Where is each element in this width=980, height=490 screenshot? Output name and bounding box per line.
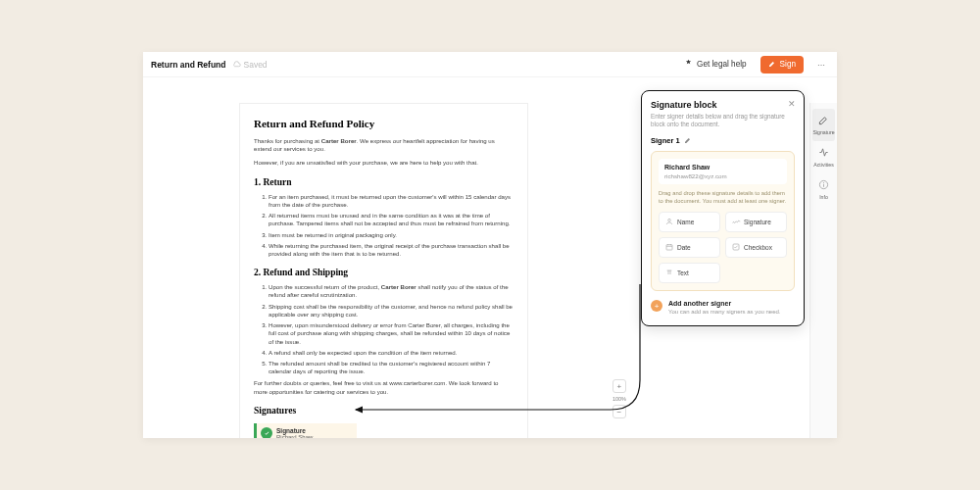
zoom-level: 100% (612, 396, 626, 402)
list-item: However, upon misunderstood delivery or … (269, 321, 514, 346)
drag-text[interactable]: Text (659, 263, 720, 283)
return-list: For an item purchased, it must be return… (254, 193, 514, 259)
check-circle-icon (261, 427, 272, 438)
svg-point-3 (668, 220, 671, 222)
drag-grid: Name Signature Date Checkbox (659, 212, 787, 283)
doc-closing: For further doubts or queries, feel free… (254, 379, 514, 395)
section-refund-title: 2. Refund and Shipping (254, 268, 514, 277)
close-button[interactable]: ✕ (788, 99, 796, 109)
list-item: All returned items must be unused and in… (269, 212, 514, 227)
rail-label: Activities (813, 162, 833, 168)
chip-label: Signature (276, 427, 313, 434)
scales-icon (684, 59, 693, 70)
rail-label: Info (819, 194, 828, 200)
zoom-out-button[interactable]: − (612, 405, 626, 418)
checkbox-icon (732, 243, 740, 252)
drag-hint: Drag and drop these signature details to… (659, 190, 787, 205)
signer-header: Signer 1 (651, 136, 795, 145)
list-item: The refunded amount shall be credited to… (269, 360, 514, 375)
chip-name: Richard Shaw (276, 434, 313, 438)
activity-icon (818, 147, 829, 160)
section-signatures-title: Signatures (254, 406, 514, 416)
list-item: While returning the purchased item, the … (269, 242, 514, 258)
document-page: Return and Refund Policy Thanks for purc… (239, 103, 528, 438)
list-item: Item must be returned in original packag… (269, 231, 514, 239)
panel-desc: Enter signer details below and drag the … (651, 113, 795, 128)
svg-rect-4 (666, 245, 672, 250)
add-signer-title: Add another signer (668, 300, 781, 307)
drag-name[interactable]: Name (659, 212, 720, 232)
signer-identity: Richard Shaw richshaw822@xyz.com (659, 159, 787, 184)
svg-rect-2 (823, 184, 824, 187)
signature-scribble-icon (732, 218, 740, 226)
person-icon (665, 218, 673, 226)
cloud-icon (232, 60, 241, 70)
rail-info[interactable]: Info (810, 173, 837, 206)
drag-checkbox[interactable]: Checkbox (725, 237, 787, 258)
doc-intro2: However, if you are unsatisfied with you… (254, 159, 514, 167)
minus-icon: − (617, 408, 622, 416)
get-legal-help-button[interactable]: Get legal help (676, 55, 755, 74)
sign-label: Sign (780, 60, 796, 69)
add-signer-desc: You can add as many signers as you need. (668, 309, 781, 317)
signer-email: richshaw822@xyz.com (664, 172, 781, 179)
rail-signature[interactable]: Signature (812, 109, 835, 141)
zoom-controls: + 100% − (612, 379, 626, 418)
saved-indicator: Saved (232, 60, 268, 70)
list-item: Upon the successful return of the produc… (269, 283, 514, 299)
signer-name: Richard Shaw (664, 164, 781, 171)
drag-date[interactable]: Date (659, 237, 720, 258)
signature-panel: ✕ Signature block Enter signer details b… (641, 90, 805, 326)
close-icon: ✕ (788, 99, 796, 109)
text-icon (665, 269, 673, 277)
more-button[interactable]: ⋯ (809, 56, 829, 74)
svg-point-1 (823, 182, 824, 183)
top-bar: Return and Refund Saved Get legal help S… (143, 52, 837, 77)
pen-icon (768, 60, 776, 70)
signature-chip[interactable]: Signature Richard Shaw (254, 423, 357, 438)
calendar-icon (665, 243, 673, 252)
zoom-in-button[interactable]: + (612, 379, 626, 393)
list-item: For an item purchased, it must be return… (269, 193, 514, 209)
list-item: Shipping cost shall be the responsibilit… (269, 303, 514, 318)
doc-h1: Return and Refund Policy (254, 118, 514, 129)
more-horizontal-icon: ⋯ (817, 60, 825, 70)
sign-button[interactable]: Sign (760, 56, 804, 74)
rail-label: Signature (812, 129, 834, 135)
legal-label: Get legal help (697, 60, 747, 69)
pencil-icon (684, 138, 692, 145)
document-title: Return and Refund (151, 60, 226, 70)
signer-card: Richard Shaw richshaw822@xyz.com Drag an… (651, 151, 795, 291)
refund-list: Upon the successful return of the produc… (254, 283, 514, 375)
drag-signature[interactable]: Signature (725, 212, 787, 232)
right-rail: Signature Activities Info (809, 103, 837, 438)
doc-intro: Thanks for purchasing at Carter Borer. W… (254, 137, 514, 153)
signature-icon (818, 115, 829, 127)
rail-activities[interactable]: Activities (810, 141, 837, 173)
plus-circle-icon: + (651, 300, 662, 312)
saved-label: Saved (244, 60, 268, 70)
signer-label: Signer 1 (651, 136, 680, 145)
panel-title: Signature block (651, 100, 795, 110)
plus-icon: + (617, 382, 622, 391)
edit-signer-button[interactable] (684, 136, 692, 145)
add-signer-button[interactable]: + Add another signer You can add as many… (651, 300, 795, 317)
list-item: A refund shall only be expected upon the… (269, 349, 514, 357)
info-icon (818, 179, 829, 192)
section-return-title: 1. Return (254, 177, 514, 187)
